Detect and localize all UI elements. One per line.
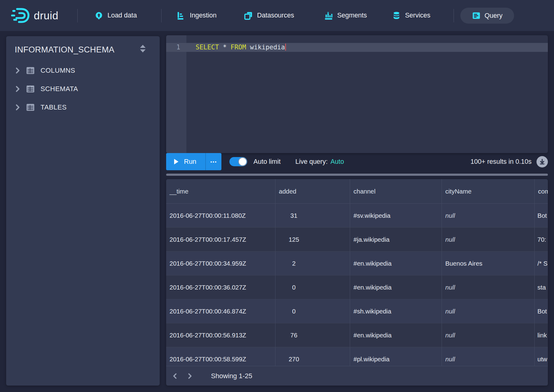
table-row: 2016-06-27T00:00:17.457Z 125 #ja.wikiped… [166, 228, 548, 252]
services-database-icon [392, 11, 401, 20]
table-row: 2016-06-27T00:00:34.959Z 2 #en.wikipedia… [166, 252, 548, 275]
segments-icon [324, 11, 333, 20]
nav-query-active[interactable]: Query [460, 8, 514, 24]
run-button[interactable]: Run [166, 153, 205, 170]
nav-segments-label: Segments [337, 12, 367, 19]
query-console-icon [472, 11, 481, 20]
column-header-cityname[interactable]: cityName [442, 179, 535, 203]
run-more-options-button[interactable]: ••• [205, 153, 221, 170]
download-results-button[interactable] [536, 156, 548, 167]
sidebar-item-schemata[interactable]: SCHEMATA [6, 80, 160, 98]
cell-comment[interactable]: Bot [535, 299, 548, 323]
nav-divider [454, 9, 454, 22]
next-page-button[interactable] [185, 370, 195, 382]
cell-comment[interactable]: link [535, 323, 548, 347]
upload-icon [95, 11, 103, 20]
nav-divider [77, 9, 78, 22]
run-toolbar: Run ••• Auto limit Live query: Auto 100+… [166, 153, 548, 170]
nav-datasources[interactable]: Datasources [244, 0, 294, 31]
schema-sidebar: INFORMATION_SCHEMA COLUMNS [6, 36, 160, 386]
cell-added[interactable]: 0 [275, 275, 350, 299]
previous-page-button[interactable] [170, 370, 180, 382]
results-pagination-footer: Showing 1-25 [166, 366, 548, 386]
sql-editor[interactable]: 1 SELECT * FROM wikipedia [166, 35, 548, 153]
cell-comment[interactable]: /* S [535, 252, 548, 275]
schema-selector[interactable]: INFORMATION_SCHEMA [15, 44, 154, 56]
sidebar-item-tables[interactable]: TABLES [6, 98, 160, 117]
column-header-channel[interactable]: channel [350, 179, 442, 203]
cell-time[interactable]: 2016-06-27T00:00:34.959Z [166, 252, 275, 275]
nav-ingestion[interactable]: Ingestion [177, 0, 217, 31]
cell-cityname[interactable]: Buenos Aires [442, 252, 535, 275]
run-button-label: Run [184, 158, 196, 166]
sidebar-item-label: COLUMNS [41, 67, 75, 75]
nav-load-data[interactable]: Load data [95, 0, 137, 31]
nav-load-data-label: Load data [107, 12, 137, 19]
cell-cityname[interactable]: null [442, 275, 535, 299]
column-header-added[interactable]: added [275, 179, 350, 203]
cell-time[interactable]: 2016-06-27T00:00:56.913Z [166, 323, 275, 347]
download-arrow-icon [539, 159, 545, 165]
live-query-value[interactable]: Auto [330, 158, 344, 166]
results-header-row: __time added channel cityName comment [166, 179, 548, 204]
nav-services[interactable]: Services [392, 0, 430, 31]
nav-divider [161, 9, 162, 22]
cell-time[interactable]: 2016-06-27T00:00:17.457Z [166, 228, 275, 251]
cell-channel[interactable]: #en.wikipedia [350, 275, 442, 299]
text-cursor [285, 44, 286, 51]
sidebar-item-label: SCHEMATA [41, 85, 78, 93]
auto-limit-label: Auto limit [253, 158, 280, 166]
chevron-right-icon [14, 85, 21, 93]
table-icon [26, 84, 35, 94]
cell-channel[interactable]: #en.wikipedia [350, 252, 442, 275]
sql-star: * [223, 44, 227, 51]
cell-cityname[interactable]: null [442, 299, 535, 323]
cell-channel[interactable]: #ja.wikipedia [350, 228, 442, 251]
brand-wordmark: druid [34, 0, 58, 31]
auto-limit-toggle[interactable] [229, 157, 247, 166]
sidebar-item-columns[interactable]: COLUMNS [6, 61, 160, 80]
table-icon [26, 103, 35, 112]
cell-cityname[interactable]: null [442, 204, 535, 227]
results-horizontal-scrollbar[interactable] [166, 174, 548, 176]
cell-time[interactable]: 2016-06-27T00:00:11.080Z [166, 204, 275, 227]
cell-added[interactable]: 2 [275, 252, 350, 275]
nav-segments[interactable]: Segments [324, 0, 367, 31]
ingestion-icon [177, 11, 185, 20]
results-table: __time added channel cityName comment 20… [166, 179, 548, 386]
cell-added[interactable]: 125 [275, 228, 350, 251]
sql-keyword: FROM [231, 44, 246, 51]
datasources-icon [244, 11, 253, 20]
results-body: 2016-06-27T00:00:11.080Z 31 #sv.wikipedi… [166, 204, 548, 371]
cell-cityname[interactable]: null [442, 323, 535, 347]
cell-added[interactable]: 31 [275, 204, 350, 227]
cell-cityname[interactable]: null [442, 228, 535, 251]
cell-added[interactable]: 76 [275, 323, 350, 347]
nav-ingestion-label: Ingestion [190, 12, 217, 19]
nav-datasources-label: Datasources [257, 12, 294, 19]
table-icon [26, 66, 35, 75]
cell-channel[interactable]: #sh.wikipedia [350, 299, 442, 323]
chevron-right-icon [14, 67, 21, 75]
cell-channel[interactable]: #sv.wikipedia [350, 204, 442, 227]
cell-time[interactable]: 2016-06-27T00:00:46.874Z [166, 299, 275, 323]
cell-comment[interactable]: Bot [535, 204, 548, 227]
column-header-time[interactable]: __time [166, 179, 275, 203]
sql-code-line[interactable]: SELECT * FROM wikipedia [196, 43, 286, 52]
table-row: 2016-06-27T00:00:46.874Z 0 #sh.wikipedia… [166, 299, 548, 323]
toggle-knob [238, 157, 247, 166]
schema-title: INFORMATION_SCHEMA [15, 45, 115, 55]
chevron-right-icon [14, 103, 21, 111]
cell-added[interactable]: 0 [275, 299, 350, 323]
cell-time[interactable]: 2016-06-27T00:00:36.027Z [166, 275, 275, 299]
live-query-label: Live query: [295, 158, 328, 166]
druid-logo-icon[interactable] [11, 0, 31, 31]
cell-comment[interactable]: 70: [535, 228, 548, 251]
cell-comment[interactable]: sta [535, 275, 548, 299]
top-navbar: druid Load data Ingestion [0, 0, 554, 31]
cell-channel[interactable]: #en.wikipedia [350, 323, 442, 347]
showing-range-label: Showing 1-25 [211, 372, 252, 380]
editor-gutter [166, 35, 186, 153]
table-row: 2016-06-27T00:00:56.913Z 76 #en.wikipedi… [166, 323, 548, 347]
column-header-comment[interactable]: comment [535, 179, 548, 203]
